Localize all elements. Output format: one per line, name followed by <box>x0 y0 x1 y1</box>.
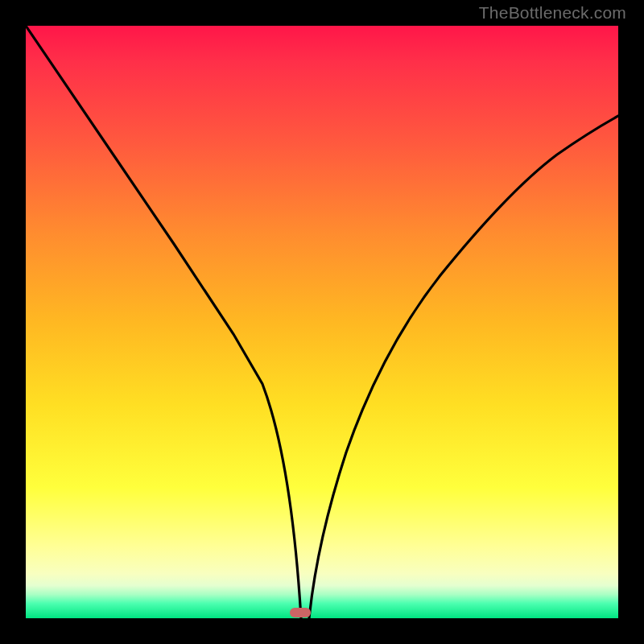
watermark-text: TheBottleneck.com <box>479 3 626 23</box>
chart-frame: TheBottleneck.com <box>0 0 644 644</box>
bottleneck-curve <box>26 26 618 618</box>
curve-left-branch <box>26 26 301 618</box>
min-marker <box>290 608 311 617</box>
curve-right-branch <box>309 116 618 618</box>
plot-area <box>26 26 618 618</box>
